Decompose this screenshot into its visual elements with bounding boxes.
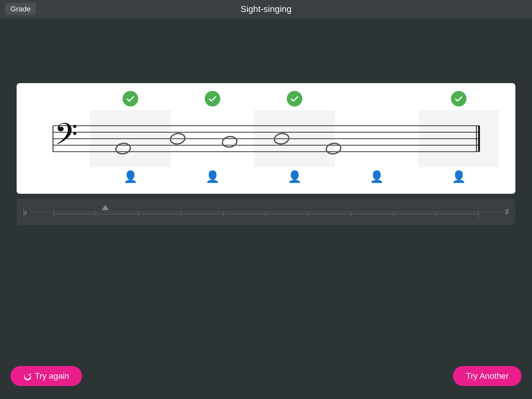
check-col-1	[89, 91, 171, 109]
app-header: Grade Sight-singing	[0, 0, 532, 18]
try-again-label: Try again	[35, 371, 69, 381]
person-col-4: 👤	[336, 170, 418, 183]
try-again-button[interactable]: Try again	[10, 366, 82, 386]
pitch-slider[interactable]: ♭	[17, 199, 515, 225]
refresh-icon	[23, 372, 32, 380]
person-icon-2: 👤	[205, 170, 220, 183]
note-5	[325, 142, 342, 155]
person-col-5: 👤	[418, 170, 500, 183]
tick-marks-svg	[30, 203, 502, 229]
person-icon-4-active: 👤	[370, 170, 384, 183]
sharp-symbol: ♯	[505, 207, 509, 217]
check-col-4	[336, 91, 418, 109]
person-col-2: 👤	[171, 170, 254, 183]
note-3	[222, 135, 238, 148]
check-icon-2	[205, 91, 220, 107]
person-icon-1: 👤	[123, 170, 138, 183]
check-col-2	[171, 91, 254, 109]
slider-indicator	[102, 205, 109, 210]
person-col-3: 👤	[254, 170, 336, 183]
staff-svg: 𝄢	[32, 110, 500, 167]
slider-line	[30, 212, 502, 212]
page-title: Sight-singing	[241, 4, 292, 14]
check-icon-3	[287, 91, 302, 107]
bass-clef-symbol: 𝄢	[54, 118, 78, 158]
notation-card: 𝄢 👤	[17, 83, 515, 194]
person-icon-5: 👤	[452, 170, 466, 183]
check-col-5	[418, 91, 500, 109]
try-another-button[interactable]: Try Another	[453, 366, 522, 386]
note-1	[115, 142, 131, 155]
slider-track: ♭	[17, 199, 515, 225]
check-col-3	[254, 91, 336, 109]
check-icon-1	[123, 91, 138, 107]
main-content: 𝄢 👤	[0, 18, 532, 399]
flat-symbol: ♭	[23, 207, 27, 217]
check-placeholder-4	[369, 91, 384, 107]
person-col-1: 👤	[89, 170, 171, 183]
grade-button[interactable]: Grade	[5, 3, 36, 15]
bottom-buttons: Try again Try Another	[0, 366, 532, 386]
person-icon-3: 👤	[288, 170, 302, 183]
check-icon-5	[451, 91, 467, 107]
